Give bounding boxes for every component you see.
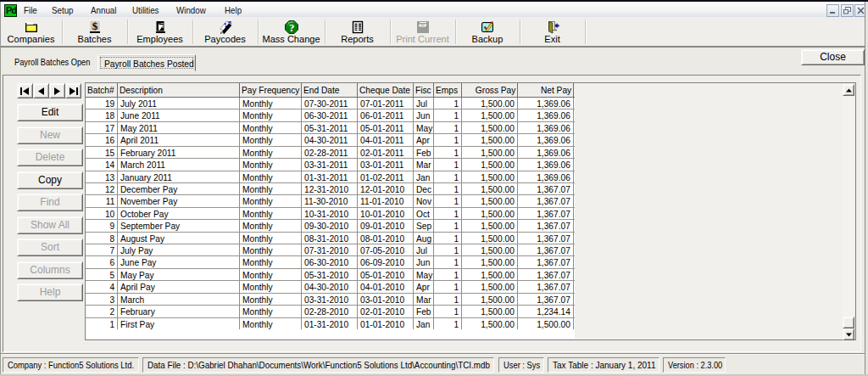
svg-text:$: $ xyxy=(92,20,97,32)
svg-text:?: ? xyxy=(288,21,294,34)
